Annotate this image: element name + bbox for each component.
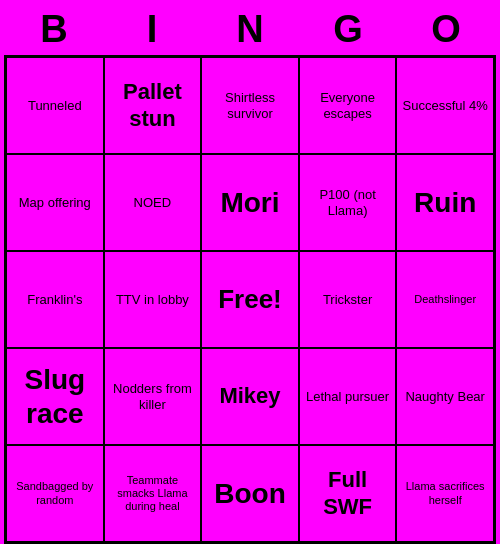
cell-1-3[interactable]: P100 (not Llama) (299, 154, 397, 251)
cell-2-4[interactable]: Deathslinger (396, 251, 494, 348)
cell-0-1[interactable]: Pallet stun (104, 57, 202, 154)
cell-2-2[interactable]: Free! (201, 251, 299, 348)
bingo-title: BINGO (5, 0, 495, 55)
cell-3-2[interactable]: Mikey (201, 348, 299, 445)
cell-4-0[interactable]: Sandbagged by random (6, 445, 104, 542)
cell-1-1[interactable]: NOED (104, 154, 202, 251)
cell-2-0[interactable]: Franklin's (6, 251, 104, 348)
cell-1-2[interactable]: Mori (201, 154, 299, 251)
cell-0-0[interactable]: Tunneled (6, 57, 104, 154)
title-letter: I (122, 8, 182, 51)
cell-1-0[interactable]: Map offering (6, 154, 104, 251)
title-letter: N (220, 8, 280, 51)
cell-0-3[interactable]: Everyone escapes (299, 57, 397, 154)
cell-4-2[interactable]: Boon (201, 445, 299, 542)
cell-3-3[interactable]: Lethal pursuer (299, 348, 397, 445)
cell-3-1[interactable]: Nodders from killer (104, 348, 202, 445)
cell-1-4[interactable]: Ruin (396, 154, 494, 251)
title-letter: G (318, 8, 378, 51)
bingo-grid: TunneledPallet stunShirtless survivorEve… (4, 55, 496, 544)
cell-0-2[interactable]: Shirtless survivor (201, 57, 299, 154)
cell-4-4[interactable]: Llama sacrifices herself (396, 445, 494, 542)
cell-0-4[interactable]: Successful 4% (396, 57, 494, 154)
cell-4-1[interactable]: Teammate smacks Llama during heal (104, 445, 202, 542)
cell-2-3[interactable]: Trickster (299, 251, 397, 348)
cell-3-4[interactable]: Naughty Bear (396, 348, 494, 445)
title-letter: O (416, 8, 476, 51)
cell-2-1[interactable]: TTV in lobby (104, 251, 202, 348)
title-letter: B (24, 8, 84, 51)
cell-4-3[interactable]: Full SWF (299, 445, 397, 542)
cell-3-0[interactable]: Slug race (6, 348, 104, 445)
